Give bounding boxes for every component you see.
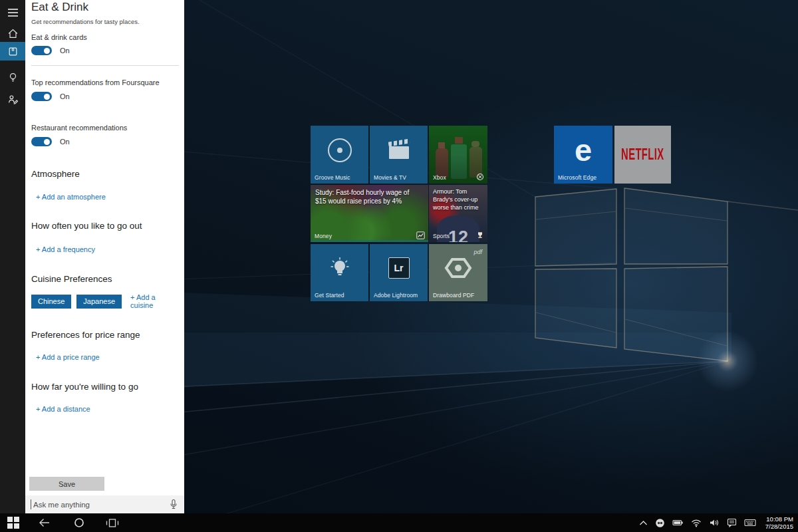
- tile-xbox[interactable]: Xbox: [429, 126, 487, 184]
- tile-label: Adobe Lightroom: [374, 292, 418, 299]
- battery-icon[interactable]: [672, 519, 684, 527]
- tile-label: Xbox: [433, 174, 446, 181]
- cuisine-chip[interactable]: Chinese: [31, 295, 71, 309]
- home-icon: [7, 28, 19, 39]
- sidebar-item-notebook[interactable]: [0, 42, 25, 61]
- tile-money[interactable]: Study: Fast-food hourly wage of $15 woul…: [311, 185, 428, 242]
- clock-date: 7/28/2015: [765, 523, 793, 530]
- page-subtitle: Get recommendations for tasty places.: [31, 18, 179, 25]
- tile-label: Drawboard PDF: [433, 292, 474, 299]
- back-icon: [39, 518, 51, 527]
- clock-time: 10:08 PM: [765, 515, 793, 523]
- section-heading: Preferences for price range: [31, 330, 179, 340]
- add-price-range-link[interactable]: + Add a price range: [36, 353, 179, 361]
- tile-label: Get Started: [315, 292, 344, 299]
- sidebar-item-home[interactable]: [0, 25, 25, 43]
- tile-get-started[interactable]: Get Started: [311, 244, 368, 301]
- toggle-label: Restaurant recommendations: [31, 124, 179, 132]
- trophy-badge-icon: [476, 231, 484, 239]
- text-caret: [31, 499, 31, 509]
- drawboard-hexagon-icon: [444, 255, 473, 281]
- section-heading: Atmosphere: [31, 169, 179, 179]
- toggle-state: On: [60, 47, 70, 55]
- search-input[interactable]: [32, 497, 178, 512]
- microphone-icon[interactable]: [168, 499, 179, 510]
- photo-strip: [311, 240, 428, 242]
- clapperboard-icon: [389, 146, 409, 159]
- cortana-panel: Eat & Drink Get recommendations for tast…: [0, 0, 184, 513]
- xbox-logo-icon: [476, 173, 484, 181]
- tile-adobe-lightroom[interactable]: Lr Adobe Lightroom: [370, 244, 428, 301]
- start-icon: [7, 517, 19, 529]
- tile-sports[interactable]: 12 Armour: Tom Brady's cover-up worse th…: [429, 185, 487, 242]
- pdf-script-glyph: pdf: [473, 249, 482, 255]
- jersey-number: 12: [448, 227, 468, 242]
- add-atmosphere-link[interactable]: + Add an atmosphere: [36, 193, 179, 201]
- toggle-state: On: [60, 92, 70, 100]
- cortana-notebook-page: Eat & Drink Get recommendations for tast…: [25, 0, 184, 513]
- tile-label: Money: [315, 233, 332, 239]
- task-view-icon: [106, 518, 119, 528]
- tile-label: Sports: [433, 233, 450, 239]
- news-headline: Study: Fast-food hourly wage of $15 woul…: [315, 188, 416, 205]
- system-tray: 10:08 PM 7/28/2015: [639, 513, 798, 532]
- tile-netflix[interactable]: NETFLIX: [614, 126, 671, 184]
- divider: [31, 65, 179, 66]
- news-headline: Armour: Tom Brady's cover-up worse than …: [433, 188, 482, 211]
- foursquare-toggle[interactable]: On: [31, 92, 179, 101]
- start-button[interactable]: [0, 513, 27, 532]
- chart-badge-icon: [416, 231, 425, 239]
- eat-drink-cards-toggle[interactable]: On: [31, 46, 179, 55]
- lightroom-logo: Lr: [388, 257, 410, 279]
- taskbar: 10:08 PM 7/28/2015: [0, 513, 798, 532]
- save-button[interactable]: Save: [29, 477, 104, 491]
- add-distance-link[interactable]: + Add a distance: [36, 405, 179, 413]
- cuisine-chips: Chinese Japanese + Add a cuisine: [31, 293, 179, 309]
- menu-button[interactable]: [0, 3, 25, 21]
- sidebar-item-reminders[interactable]: [0, 68, 25, 86]
- menu-icon: [7, 8, 19, 17]
- chevron-up-icon[interactable]: [639, 520, 648, 526]
- toggle-switch[interactable]: [31, 46, 52, 55]
- restaurant-recommendations-toggle[interactable]: On: [31, 137, 179, 146]
- toggle-label: Eat & drink cards: [31, 33, 179, 41]
- edge-logo-icon: e: [575, 134, 592, 166]
- tile-label: Movies & TV: [374, 174, 406, 181]
- tray-app-icon[interactable]: [655, 518, 665, 528]
- wifi-icon[interactable]: [691, 519, 702, 527]
- tile-microsoft-edge[interactable]: e Microsoft Edge: [554, 126, 612, 184]
- cortana-button[interactable]: [66, 513, 92, 532]
- section-heading: How far you're willing to go: [31, 382, 179, 392]
- tile-label: Microsoft Edge: [558, 174, 597, 181]
- action-center-icon[interactable]: [727, 518, 737, 527]
- touch-keyboard-icon[interactable]: [744, 519, 756, 527]
- tile-drawboard-pdf[interactable]: pdf Drawboard PDF: [429, 244, 487, 301]
- cuisine-chip[interactable]: Japanese: [76, 295, 122, 309]
- reminders-lightbulb-icon: [7, 72, 19, 83]
- lightbulb-icon: [329, 256, 351, 280]
- task-view-button[interactable]: [99, 513, 126, 532]
- add-frequency-link[interactable]: + Add a frequency: [36, 245, 179, 253]
- tile-movies-tv[interactable]: Movies & TV: [370, 126, 428, 184]
- page-title: Eat & Drink: [31, 1, 179, 14]
- volume-icon[interactable]: [709, 518, 720, 527]
- notebook-icon: [7, 46, 19, 57]
- add-cuisine-link[interactable]: + Add a cuisine: [130, 293, 179, 309]
- toggle-switch[interactable]: [31, 137, 52, 146]
- groove-music-icon: [328, 138, 352, 162]
- search-bar: [25, 495, 184, 513]
- tile-groove-music[interactable]: Groove Music: [311, 126, 368, 184]
- cortana-sidebar: [0, 0, 25, 513]
- back-button[interactable]: [31, 513, 58, 532]
- netflix-logo: NETFLIX: [621, 146, 664, 164]
- feedback-icon: [7, 94, 19, 105]
- sidebar-item-feedback[interactable]: [0, 90, 25, 108]
- screen: Groove Music Movies & TV Xbox e Microsof…: [0, 0, 798, 532]
- toggle-label: Top recommendations from Foursquare: [31, 78, 179, 86]
- section-heading: Cuisine Preferences: [31, 274, 179, 284]
- section-heading: How often you like to go out: [31, 221, 179, 231]
- toggle-state: On: [60, 138, 70, 146]
- toggle-switch[interactable]: [31, 92, 52, 101]
- clock[interactable]: 10:08 PM 7/28/2015: [765, 515, 793, 530]
- cortana-circle-icon: [74, 517, 84, 528]
